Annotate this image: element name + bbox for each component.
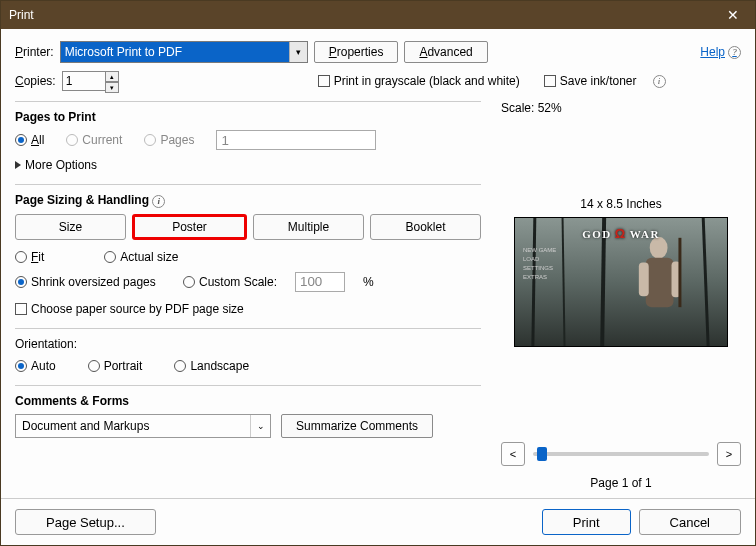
- preview-thumbnail: GOD Ω WAR NEW GAMELOADSETTINGSEXTRAS: [514, 217, 728, 347]
- custom-scale-input[interactable]: [295, 272, 345, 292]
- more-options-toggle[interactable]: More Options: [15, 158, 481, 172]
- radio-orient-landscape[interactable]: Landscape: [174, 359, 249, 373]
- help-link[interactable]: Help ?: [700, 45, 741, 59]
- orientation-title: Orientation:: [15, 337, 481, 351]
- svg-rect-7: [639, 263, 649, 297]
- print-button[interactable]: Print: [542, 509, 631, 535]
- printer-value: Microsoft Print to PDF: [65, 45, 182, 59]
- tab-poster[interactable]: Poster: [132, 214, 247, 240]
- pages-to-print-section: Pages to Print All Current Pages More Op…: [15, 101, 481, 184]
- sizing-section: Page Sizing & Handling i Size Poster Mul…: [15, 184, 481, 328]
- radio-fit[interactable]: Fit: [15, 250, 44, 264]
- printer-select[interactable]: Microsoft Print to PDF ▾: [60, 41, 308, 63]
- page-indicator: Page 1 of 1: [501, 476, 741, 490]
- svg-rect-9: [678, 238, 681, 307]
- copies-stepper[interactable]: 1 ▴▾: [62, 71, 106, 91]
- next-page-button[interactable]: >: [717, 442, 741, 466]
- printer-label: Printer:: [15, 45, 54, 59]
- svg-line-1: [533, 218, 535, 347]
- help-icon: ?: [728, 46, 741, 59]
- prev-page-button[interactable]: <: [501, 442, 525, 466]
- tab-booklet[interactable]: Booklet: [370, 214, 481, 240]
- info-icon[interactable]: i: [653, 75, 666, 88]
- stepper-down-icon[interactable]: ▾: [105, 82, 119, 93]
- page-slider[interactable]: [533, 452, 709, 456]
- copies-label: Copies:: [15, 74, 56, 88]
- summarize-button[interactable]: Summarize Comments: [281, 414, 433, 438]
- radio-actual[interactable]: Actual size: [104, 250, 178, 264]
- stepper-up-icon[interactable]: ▴: [105, 71, 119, 82]
- comments-section: Comments & Forms Document and Markups ⌄ …: [15, 385, 481, 442]
- comments-title: Comments & Forms: [15, 394, 481, 408]
- chevron-down-icon: ⌄: [250, 415, 270, 437]
- pages-title: Pages to Print: [15, 110, 481, 124]
- radio-orient-portrait[interactable]: Portrait: [88, 359, 143, 373]
- svg-rect-6: [646, 258, 674, 308]
- radio-custom-scale[interactable]: Custom Scale:: [183, 275, 277, 289]
- radio-orient-auto[interactable]: Auto: [15, 359, 56, 373]
- titlebar: Print ✕: [1, 1, 755, 29]
- properties-button[interactable]: Properties: [314, 41, 399, 63]
- window-title: Print: [9, 8, 34, 22]
- advanced-button[interactable]: Advanced: [404, 41, 487, 63]
- pages-input[interactable]: [216, 130, 376, 150]
- orientation-section: Orientation: Auto Portrait Landscape: [15, 328, 481, 385]
- preview-menu-text: NEW GAMELOADSETTINGSEXTRAS: [523, 246, 556, 282]
- radio-shrink[interactable]: Shrink oversized pages: [15, 275, 165, 289]
- radio-current[interactable]: Current: [66, 133, 122, 147]
- save-ink-checkbox[interactable]: Save ink/toner: [544, 74, 637, 88]
- triangle-right-icon: [15, 161, 21, 169]
- grayscale-checkbox[interactable]: Print in grayscale (black and white): [318, 74, 520, 88]
- page-setup-button[interactable]: Page Setup...: [15, 509, 156, 535]
- close-icon[interactable]: ✕: [719, 3, 747, 27]
- comments-select[interactable]: Document and Markups ⌄: [15, 414, 271, 438]
- slider-thumb[interactable]: [537, 447, 547, 461]
- radio-all[interactable]: All: [15, 133, 44, 147]
- chevron-down-icon: ▾: [289, 42, 307, 62]
- radio-pages[interactable]: Pages: [144, 133, 194, 147]
- preview-dimensions: 14 x 8.5 Inches: [501, 197, 741, 211]
- info-icon[interactable]: i: [152, 195, 165, 208]
- tab-size[interactable]: Size: [15, 214, 126, 240]
- cancel-button[interactable]: Cancel: [639, 509, 741, 535]
- preview-caption-text: GOD Ω WAR: [582, 226, 660, 241]
- scale-label: Scale: 52%: [501, 101, 741, 115]
- sizing-title: Page Sizing & Handling i: [15, 193, 481, 208]
- tab-multiple[interactable]: Multiple: [253, 214, 364, 240]
- choose-paper-checkbox[interactable]: Choose paper source by PDF page size: [15, 302, 481, 316]
